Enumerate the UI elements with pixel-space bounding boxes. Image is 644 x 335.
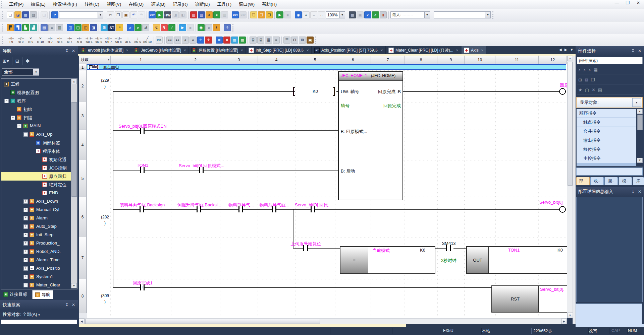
expand-icon[interactable]: +	[23, 216, 28, 220]
close-icon[interactable]: ✕	[72, 49, 75, 53]
batch-monitor-icon[interactable]: ▦	[239, 37, 246, 44]
document-tab[interactable]: Init_Step [PRG] [LD] 888步✕	[246, 46, 312, 54]
module-diag-icon[interactable]: ▥	[221, 11, 228, 18]
replace-device-icon[interactable]: ⇄	[142, 24, 149, 31]
closed-branch-button[interactable]: ⌐⊢sF8	[55, 35, 64, 45]
menu-item[interactable]: 工程(P)	[5, 0, 27, 9]
device-display-icon[interactable]: Dev	[232, 11, 239, 18]
collapse-icon[interactable]: −	[17, 124, 21, 128]
comment-edit-icon[interactable]: ❝	[116, 24, 123, 31]
rst-argument-box[interactable]: Servo_bit[0].	[539, 285, 567, 313]
instruction-list-item[interactable]: 顺序指令	[577, 109, 636, 118]
pin-icon[interactable]: ↧	[65, 303, 68, 307]
delete-element-icon[interactable]: ⊠	[585, 77, 588, 82]
bottom-tab-connection[interactable]: ▣ 连接目标	[1, 290, 30, 299]
output-coil[interactable]	[559, 88, 566, 95]
falling-branch-button[interactable]: ⌐⊢aF8	[75, 35, 84, 45]
pipe-tool-icon[interactable]: ‖	[380, 11, 387, 18]
instruction-box-button[interactable]: INS	[156, 37, 163, 44]
max-combo[interactable]: 最大: --------▼	[390, 11, 430, 18]
collapse-icon[interactable]: −	[11, 116, 15, 120]
offline-icon[interactable]: ○	[205, 24, 212, 31]
online-monitor-icon[interactable]: ◉	[198, 24, 205, 31]
tree-item-mater_clear[interactable]: −✚Mater_Clear	[1, 281, 71, 289]
constant-k0[interactable]: K0	[313, 89, 318, 94]
toolbar-grip[interactable]	[232, 24, 236, 31]
toolbar-grip[interactable]	[492, 11, 496, 19]
delete-horizontal-line-button[interactable]: ╱caF10	[143, 35, 152, 45]
output-coil[interactable]	[559, 206, 566, 213]
device-search-combo[interactable]: ▼	[59, 11, 103, 18]
open-contact[interactable]	[140, 167, 145, 173]
tab-list-icon[interactable]: ▼	[570, 48, 574, 52]
monitor-write-icon[interactable]: ◉	[295, 11, 302, 18]
row-number[interactable]: 3	[79, 102, 87, 130]
instruction-list-item[interactable]: 主控指令	[577, 154, 636, 163]
rising-contact-button[interactable]: ✕cF9	[26, 35, 35, 45]
tree-item-end[interactable]: ✚END	[1, 189, 71, 197]
device-list-icon[interactable]: ≡	[48, 24, 55, 31]
config-detail-area[interactable]	[576, 197, 643, 302]
toolbar-grip[interactable]	[315, 37, 319, 44]
closed-contact-button[interactable]: ⊣/⊢sF9	[16, 35, 25, 45]
watch-window-icon[interactable]: ▥	[56, 24, 63, 31]
tree-display-icon[interactable]: ⊞▾	[3, 58, 9, 64]
erase-line-icon[interactable]: ✛	[205, 37, 212, 44]
tree-item-axis_up[interactable]: −✚Axis_Up	[1, 130, 71, 139]
row-number[interactable]: 7	[79, 237, 87, 279]
display-target-dropdown[interactable]: 显示对象: ▾	[576, 97, 643, 108]
config-input-area[interactable]	[576, 304, 642, 325]
collapse-icon[interactable]: −	[23, 283, 28, 287]
print-icon[interactable]: ▤	[30, 11, 37, 18]
watch-combo[interactable]: ▼	[434, 11, 491, 18]
panel-tab[interactable]: 模..	[619, 177, 632, 185]
document-tab[interactable]: JecServo [结构体设置]✕	[131, 46, 189, 54]
fb-input-pin[interactable]: UW: 轴号	[341, 89, 359, 95]
instruction-list-item[interactable]: 触点指令	[577, 118, 636, 127]
find-device-icon[interactable]: ⌕	[127, 24, 134, 31]
open-contact-button[interactable]: ⊣⊢F9	[7, 35, 16, 45]
close-button[interactable]: ✕	[635, 0, 642, 5]
new-file-icon[interactable]: ▢	[7, 11, 14, 18]
editor-vertical-scrollbar[interactable]: ▲ ▼	[567, 56, 573, 318]
monitor-start-icon[interactable]: ▶	[276, 11, 283, 18]
help-icon[interactable]: ?	[51, 11, 58, 18]
tree-item-system1[interactable]: +✚System1	[1, 273, 71, 281]
module-write-icon[interactable]: ▥	[190, 11, 197, 18]
tree-collapse-icon[interactable]: ⊟	[15, 58, 19, 64]
falling-pulse-branch-button[interactable]: ⊣↓⊢saF8	[114, 35, 123, 45]
menu-item[interactable]: 转换(C)	[81, 0, 103, 9]
menu-item[interactable]: 在线(O)	[125, 0, 147, 9]
menu-item[interactable]: 记录(R)	[169, 0, 191, 9]
out-arguments-box[interactable]: TON1 K0	[489, 246, 567, 274]
element-search-input[interactable]: (部件搜索)	[577, 57, 643, 64]
row-number[interactable]: 8	[79, 279, 87, 313]
open-contact[interactable]	[446, 245, 451, 251]
tab-close-icon[interactable]: ✕	[183, 49, 186, 52]
pin-icon[interactable]: ↧	[631, 189, 635, 194]
open-contact[interactable]	[197, 206, 201, 212]
tree-item-manual_cyl[interactable]: +✚Manual_Cyl	[1, 206, 71, 214]
tree-filter-dropdown[interactable]: 全部▼	[2, 68, 39, 76]
panel-tab[interactable]: 库	[633, 177, 644, 185]
maximize-button[interactable]: ❐	[624, 0, 631, 5]
menu-item[interactable]: 工具(T)	[214, 0, 235, 9]
tree-item-[interactable]: −▭程序	[1, 97, 71, 105]
tree-item-jog[interactable]: ✚JOG控制	[1, 164, 71, 172]
module-monitor-icon[interactable]: ⌕	[213, 11, 220, 18]
convert-icon[interactable]: ↯	[153, 24, 160, 31]
open-folder-icon[interactable]: ◪	[14, 11, 21, 18]
find-prev-icon[interactable]: ⌕	[578, 67, 581, 73]
instruction-list-item[interactable]: 移位指令	[577, 145, 636, 154]
write-mode-icon[interactable]: ◧	[179, 11, 186, 18]
document-tab[interactable]: 伺服位置 [结构体设置]✕	[189, 46, 246, 54]
rising-edge-contact[interactable]: ↑	[140, 284, 145, 290]
insert-row-icon[interactable]: ⍈	[250, 37, 257, 44]
bottom-tab-navigation[interactable]: ⊟ 导航	[32, 290, 53, 299]
minimize-button[interactable]: —	[613, 0, 621, 5]
find-coil-icon[interactable]: ⌕	[190, 37, 197, 44]
fb-output-pin[interactable]: 回原完成 :B	[378, 89, 401, 95]
add-element-icon[interactable]: ⊞	[578, 77, 582, 82]
zoom-out-icon[interactable]: −	[310, 11, 317, 18]
expand-icon[interactable]: +	[23, 224, 28, 229]
